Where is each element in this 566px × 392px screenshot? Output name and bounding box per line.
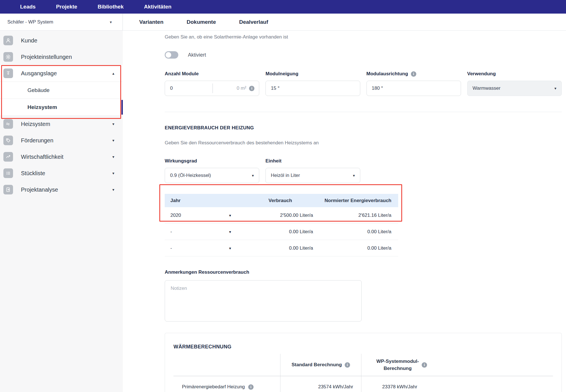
info-icon[interactable]: i (422, 362, 427, 368)
user-icon (3, 36, 13, 45)
chevron-up-icon: ▴ (112, 71, 114, 76)
info-icon[interactable]: i (249, 86, 254, 91)
header-filler (442, 354, 553, 376)
project-selector-value: Schäfer - WP System (7, 19, 53, 25)
nav-item-projekte[interactable]: Projekte (48, 4, 85, 10)
sidebar-item-stueckliste[interactable]: Stückliste ▾ (0, 165, 123, 181)
section-divider (165, 112, 562, 112)
chevron-down-icon: ▾ (554, 86, 556, 91)
wirkungsgrad-select[interactable]: 0.9 (Öl-Heizkessel) ▾ (165, 168, 259, 183)
energieverbrauch-title: ENERGIEVERBRAUCH DER HEIZUNG (165, 125, 562, 131)
chevron-down-icon[interactable]: ▾ (229, 230, 231, 234)
info-icon[interactable]: i (248, 384, 254, 390)
normiert-value: 2'621.16 Liter/a (316, 213, 398, 218)
sidebar-item-label: Wirtschaftlichkeit (21, 154, 63, 160)
tab-bar: Varianten Dokumente Dealverlauf (123, 14, 268, 30)
chevron-down-icon: ▾ (112, 171, 114, 175)
table-row: - ▾ 0.00 Liter/a 0.00 Liter/a (165, 224, 398, 240)
sidebar: Kunde Projekteinstellungen Ausgangslage … (0, 31, 123, 392)
chevron-down-icon: ▾ (112, 138, 114, 143)
header-standard-berechnung: Standard Berechnung i (280, 354, 361, 376)
toggle-knob (166, 52, 171, 58)
chevron-down-icon[interactable]: ▾ (229, 213, 231, 218)
tab-dokumente[interactable]: Dokumente (187, 19, 216, 25)
verwendung-value: Warmwasser (473, 85, 501, 91)
header-verbrauch: Verbrauch (244, 198, 317, 204)
chevron-down-icon: ▾ (112, 155, 114, 159)
row-filler (442, 376, 553, 392)
chevron-down-icon[interactable]: ▾ (229, 246, 231, 250)
list-icon (3, 168, 13, 178)
jahr-value: - (170, 229, 172, 235)
sidebar-item-label: Ausgangslage (21, 70, 57, 77)
verwendung-select[interactable]: Warmwasser ▾ (467, 81, 562, 96)
waermeberechnung-card: WÄRMEBERECHNUNG Standard Berechnung i WP… (165, 333, 562, 392)
sidebar-item-kunde[interactable]: Kunde (0, 32, 123, 49)
anmerkungen-label: Anmerkungen Ressourcenverbrauch (165, 269, 562, 275)
waermeberechnung-title: WÄRMEBERECHNUNG (173, 344, 553, 350)
einheit-select[interactable]: Heizöl in Liter ▾ (265, 168, 360, 183)
verbrauch-value: 2'500.00 Liter/a (244, 213, 317, 218)
chevron-down-icon: ▾ (110, 20, 112, 24)
header-jahr: Jahr (165, 198, 244, 204)
sidebar-subitem-label: Gebäude (27, 87, 50, 93)
table-row: 2020 ▾ 2'500.00 Liter/a 2'621.16 Liter/a (165, 207, 398, 224)
normiert-value: 0.00 Liter/a (316, 245, 398, 251)
nav-item-aktivitaeten[interactable]: Aktivitäten (136, 4, 179, 10)
tag-icon (3, 136, 13, 145)
sidebar-group-ausgangslage: Ausgangslage ▴ Gebäude Heizsystem (0, 65, 123, 116)
sub-header: Schäfer - WP System ▾ Varianten Dokument… (0, 14, 566, 31)
aktiviert-toggle[interactable] (165, 51, 178, 59)
info-icon[interactable]: i (345, 362, 350, 368)
verbrauch-table-header: Jahr Verbrauch Normierter Energieverbrau… (165, 194, 398, 207)
modulneigung-label: Modulneigung (265, 71, 360, 77)
sidebar-item-projektanalyse[interactable]: Projektanalyse ▾ (0, 181, 123, 198)
sidebar-item-label: Kunde (21, 37, 37, 44)
chart-icon (3, 152, 13, 162)
verbrauch-value: 0.00 Liter/a (244, 229, 317, 235)
sidebar-item-foerderungen[interactable]: Förderungen ▾ (0, 132, 123, 149)
sidebar-item-ausgangslage[interactable]: Ausgangslage ▴ (0, 65, 123, 82)
row-label: Primärenergiebedarf Heizung (182, 384, 245, 390)
sidebar-item-label: Förderungen (21, 137, 53, 144)
verbrauch-value: 0.00 Liter/a (244, 245, 317, 251)
modulausrichtung-label: Modulausrichtung i (366, 71, 461, 77)
nav-item-leads[interactable]: Leads (12, 4, 43, 10)
nav-item-bibliothek[interactable]: Bibliothek (90, 4, 131, 10)
anzahl-module-input[interactable] (170, 85, 207, 91)
sidebar-item-label: Heizsystem (21, 121, 50, 127)
primaerenergiebedarf-row: Primärenergiebedarf Heizung i 23574 kWh/… (173, 376, 553, 392)
wirkungsgrad-label: Wirkungsgrad (165, 158, 259, 164)
anzahl-module-label: Anzahl Module (165, 71, 259, 77)
sidebar-item-label: Projekteinstellungen (21, 54, 72, 60)
einheit-value: Heizöl in Liter (271, 173, 300, 178)
jahr-value: - (170, 245, 172, 251)
empty-header-cell (173, 354, 280, 376)
normiert-value: 0.00 Liter/a (316, 229, 398, 235)
info-icon[interactable]: i (411, 71, 416, 77)
sidebar-item-wirtschaftlichkeit[interactable]: Wirtschaftlichkeit ▾ (0, 149, 123, 165)
notizen-textarea[interactable] (165, 280, 362, 322)
modulneigung-input[interactable] (271, 85, 355, 91)
einheit-label: Einheit (265, 158, 360, 164)
chevron-down-icon: ▾ (252, 173, 254, 178)
sidebar-item-gebaeude[interactable]: Gebäude (0, 82, 123, 98)
verwendung-label: Verwendung (467, 71, 562, 77)
energieverbrauch-hint: Geben Sie den Ressourcenverbrauch des be… (165, 140, 562, 146)
modulausrichtung-input[interactable] (372, 85, 456, 91)
toggle-label: Aktiviert (188, 52, 206, 58)
solarthermie-hint: Geben Sie an, ob eine Solarthermie-Anlag… (165, 34, 562, 40)
module-area-value: 0 m² (237, 85, 246, 91)
verbrauch-table: Jahr Verbrauch Normierter Energieverbrau… (165, 194, 398, 256)
tab-varianten[interactable]: Varianten (139, 19, 164, 25)
sidebar-item-heizsystem-sub[interactable]: Heizsystem (0, 98, 123, 115)
sidebar-item-projekteinstellungen[interactable]: Projekteinstellungen (0, 49, 123, 65)
waermeberechnung-header: Standard Berechnung i WP-Systemmodul- Be… (173, 354, 553, 376)
solarthermie-toggle-row: Aktiviert (165, 51, 562, 59)
input-icon (3, 68, 13, 78)
solar-fields: Anzahl Module 0 m² i Modulneigung (165, 71, 562, 96)
sidebar-item-heizsystem[interactable]: Heizsystem ▾ (0, 116, 123, 132)
tab-dealverlauf[interactable]: Dealverlauf (239, 19, 268, 25)
project-selector[interactable]: Schäfer - WP System ▾ (0, 14, 123, 30)
anzahl-module-field: 0 m² i (165, 81, 259, 96)
